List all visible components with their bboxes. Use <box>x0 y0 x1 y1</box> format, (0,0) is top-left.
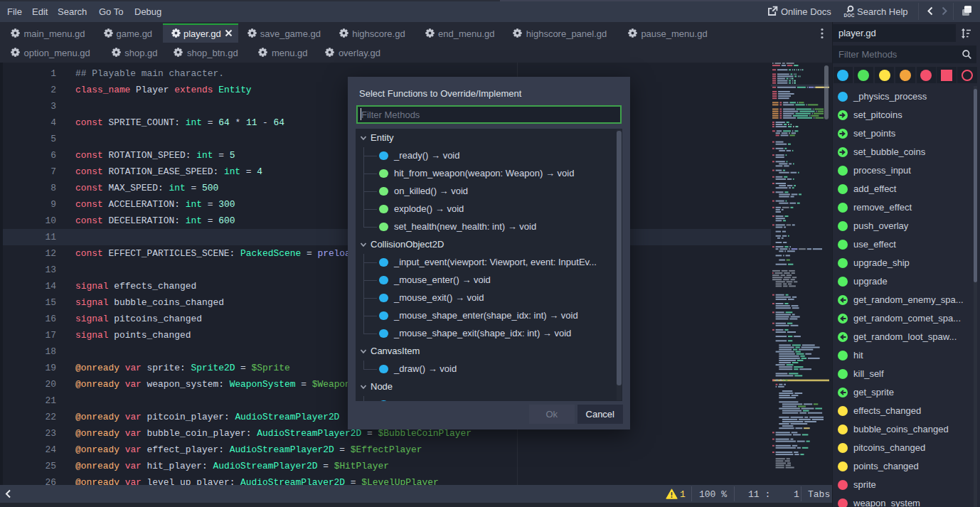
svg-text:DOC: DOC <box>844 13 855 18</box>
